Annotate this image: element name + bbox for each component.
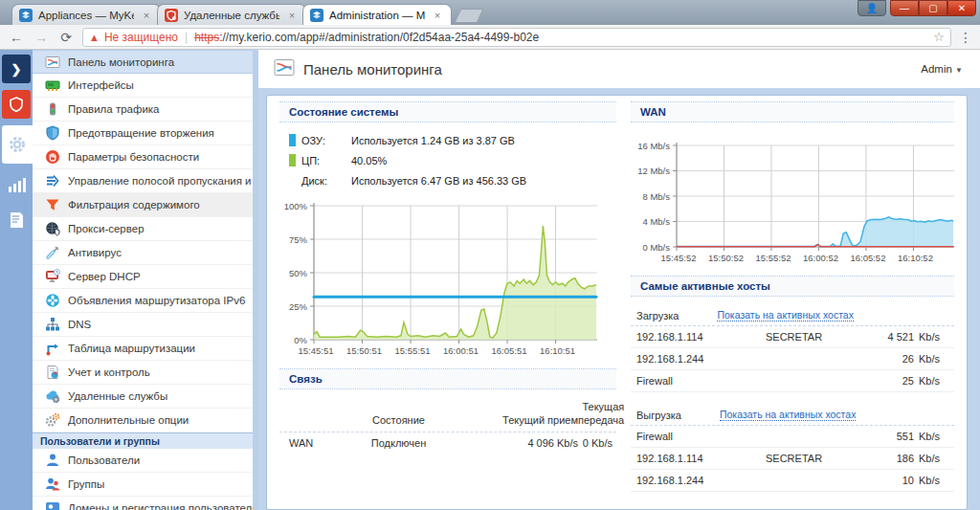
rail-stats-bars-icon[interactable] — [2, 170, 31, 199]
svg-text:12 Mb/s: 12 Mb/s — [637, 166, 670, 176]
close-window-button[interactable]: ✕ — [947, 0, 976, 16]
sidebar-section-users-groups: Пользователи и группы — [33, 432, 253, 449]
host-rate-value: 186 — [858, 453, 914, 464]
status-value: Используется 6.47 GB из 456.33 GB — [351, 175, 526, 187]
sidebar-item-security-options[interactable]: Параметры безопасности — [33, 145, 253, 169]
sidebar-item-domains[interactable]: Домены и регистрация пользователей — [33, 497, 253, 510]
sidebar-item-interfaces[interactable]: Интерфейсы — [33, 74, 253, 98]
sidebar-item-advanced-options[interactable]: Дополнительные опции — [33, 409, 253, 432]
svg-text:16:05:51: 16:05:51 — [492, 345, 527, 356]
sidebar-item-label: Удаленные службы — [68, 390, 167, 402]
rail-shield-logo-icon[interactable] — [2, 90, 31, 119]
bookmark-star-icon[interactable]: ☆ — [933, 30, 945, 44]
host-name — [766, 431, 858, 442]
browser-tab-2[interactable]: Удаленные службы - Ke× — [157, 4, 306, 25]
sidebar-item-label: Группы — [68, 478, 104, 490]
sidebar-item-ipv6-router[interactable]: Объявления маршрутизатора IPv6 — [33, 289, 253, 313]
host-address: Firewall — [636, 431, 766, 442]
tab-close-icon[interactable]: × — [140, 10, 153, 21]
host-row[interactable]: 192.168.1.114SECRETAR4 521Kb/s — [631, 326, 954, 348]
browser-menu-icon[interactable]: ⋮ — [959, 30, 972, 45]
system-status-row: ЦП:40.05% — [279, 150, 616, 170]
sidebar-item-label: Домены и регистрация пользователей — [68, 502, 253, 510]
back-icon[interactable]: ← — [8, 30, 25, 45]
show-active-hosts-link-download[interactable]: Показать на активных хостах — [717, 309, 853, 322]
upload-host-rows: Firewall551Kb/s192.168.1.114SECRETAR186K… — [631, 426, 954, 492]
rail-chevron-right-icon[interactable]: ❯ — [2, 55, 31, 83]
browser-tab-3[interactable]: Administration — MyKer× — [302, 4, 452, 25]
bandwidth-qos-icon — [45, 173, 60, 188]
browser-profile-icon[interactable]: 👤 — [858, 0, 886, 16]
sidebar-item-dhcp-server[interactable]: Сервер DHCP — [33, 265, 253, 289]
address-bar[interactable]: ▲ Не защищено | https://my.kerio.com/app… — [82, 28, 951, 47]
host-rate-value: 10 — [858, 475, 914, 486]
interfaces-icon — [45, 78, 60, 93]
upload-section-header: Выгрузка Показать на активных хостах — [631, 406, 954, 426]
sidebar-item-label: Дополнительные опции — [68, 414, 189, 426]
host-rate-unit: Kb/s — [914, 475, 948, 486]
dns-icon — [45, 317, 60, 332]
accounting-icon — [45, 365, 60, 380]
host-row[interactable]: 192.168.1.24410Kb/s — [631, 470, 954, 492]
sidebar-item-groups[interactable]: Группы — [33, 473, 253, 497]
sidebar-item-content-filter[interactable]: Фильтрация содержимого — [33, 193, 253, 217]
svg-text:16:10:52: 16:10:52 — [898, 253, 933, 263]
rail-gear-icon[interactable] — [2, 125, 33, 164]
tab-strip: Appliances — MyKerio×Удаленные службы - … — [0, 0, 448, 25]
svg-text:16:10:51: 16:10:51 — [540, 345, 575, 356]
forward-icon[interactable]: → — [33, 30, 50, 45]
browser-toolbar: ← → ⟳ ▲ Не защищено | https://my.kerio.c… — [0, 25, 980, 50]
sidebar-item-users[interactable]: Пользователи — [33, 449, 253, 473]
svg-text:16:00:51: 16:00:51 — [443, 345, 479, 356]
svg-text:16:05:52: 16:05:52 — [850, 253, 885, 263]
sidebar-item-proxy-server[interactable]: Прокси-сервер — [33, 217, 253, 241]
admin-user-menu[interactable]: Admin ▼ — [921, 63, 963, 75]
status-color-swatch — [289, 174, 296, 187]
sidebar-item-traffic-rules[interactable]: Правила трафика — [33, 98, 253, 122]
host-rate-value: 26 — [858, 353, 914, 365]
link-table-row[interactable]: WAN Подключен 4 096 Kb/s 0 Kb/s — [279, 432, 616, 454]
page-title: Панель мониторинга — [303, 61, 442, 78]
sidebar-item-label: Управление полосой пропускания и QoS — [68, 175, 253, 187]
sidebar-item-dashboard[interactable]: Панель мониторинга — [33, 50, 253, 74]
status-color-swatch — [289, 154, 296, 166]
host-row[interactable]: Firewall551Kb/s — [631, 426, 954, 448]
tab-label: Appliances — MyKerio — [38, 10, 134, 21]
maximize-button[interactable]: ▢ — [919, 0, 947, 16]
sidebar-item-antivirus[interactable]: Антивирус — [33, 241, 253, 265]
sidebar-item-remote-services[interactable]: Удаленные службы — [33, 385, 253, 409]
svg-text:15:55:52: 15:55:52 — [755, 253, 791, 263]
dashboard-title-icon — [274, 58, 295, 80]
security-warning-text[interactable]: Не защищено — [104, 31, 178, 44]
host-row[interactable]: 192.168.1.114SECRETAR186Kb/s — [631, 448, 954, 470]
url-text[interactable]: https://my.kerio.com/app#/administration… — [194, 31, 539, 44]
status-color-swatch — [289, 134, 296, 146]
sidebar-item-routing-table[interactable]: Таблица маршрутизации — [33, 337, 253, 361]
wan-chart: 0 Mb/s4 Mb/s8 Mb/s12 Mb/s16 Mb/s15:45:52… — [631, 136, 954, 272]
sidebar-item-accounting[interactable]: Учет и контроль — [33, 361, 253, 385]
status-label: ЦП: — [301, 155, 351, 166]
rail-logs-doc-icon[interactable] — [2, 206, 31, 234]
host-row[interactable]: 192.168.1.24426Kb/s — [631, 348, 954, 370]
sidebar-item-dns[interactable]: DNS — [33, 313, 253, 337]
tab-close-icon[interactable]: × — [431, 10, 444, 21]
minimize-button[interactable]: — — [890, 0, 919, 16]
show-active-hosts-link-upload[interactable]: Показать на активных хостах — [720, 409, 856, 421]
security-options-icon — [45, 149, 60, 165]
new-tab-button[interactable] — [455, 9, 484, 23]
status-value: Используется 1.24 GB из 3.87 GB — [351, 135, 515, 146]
host-row[interactable]: Firewall25Kb/s — [631, 370, 954, 392]
reload-icon[interactable]: ⟳ — [57, 30, 75, 45]
tab-close-icon[interactable]: × — [285, 10, 299, 21]
tab-label: Administration — MyKer — [329, 10, 425, 21]
antivirus-icon — [45, 245, 60, 260]
sidebar-item-label: Предотвращение вторжения — [68, 127, 214, 139]
host-rate-unit: Kb/s — [914, 375, 948, 387]
top-hosts-panel-title: Самые активные хосты — [631, 276, 954, 297]
sidebar-item-intrusion-prevention[interactable]: Предотвращение вторжения — [33, 122, 253, 145]
host-rate-unit: Kb/s — [914, 431, 948, 442]
page-header: Панель мониторинга Admin ▼ — [258, 50, 980, 88]
sidebar-item-bandwidth-qos[interactable]: Управление полосой пропускания и QoS — [33, 169, 253, 193]
main-area: Панель мониторинга Admin ▼ Состояние сис… — [258, 50, 980, 510]
browser-tab-1[interactable]: Appliances — MyKerio× — [11, 4, 161, 25]
